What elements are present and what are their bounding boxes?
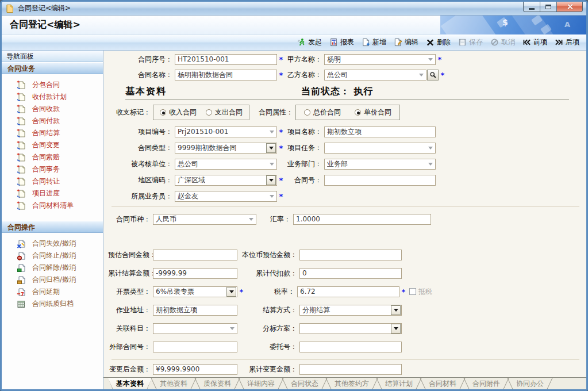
sidebar-item-contract-settlement[interactable]: * 合同结算	[2, 127, 103, 139]
required-marker: *	[277, 192, 285, 201]
sidebar-item-contract-affairs[interactable]: * 合同事务	[2, 163, 103, 175]
external-contract-no-input[interactable]	[153, 342, 237, 352]
field-label: 委托号：	[237, 342, 297, 352]
minimize-button[interactable]	[523, 2, 540, 12]
sidebar-item-contract-extend[interactable]: 7 合同延期	[2, 286, 103, 298]
new-button[interactable]: 新增	[362, 37, 386, 47]
project-task-dropdown[interactable]	[324, 143, 436, 154]
tab-collaboration[interactable]: 协同办公	[508, 378, 552, 389]
group-header-contract-business[interactable]: 合同业务	[2, 62, 103, 74]
tab-basic-info[interactable]: 基本资料	[108, 378, 152, 389]
sidebar-item-contract-receipt[interactable]: * 合同收款	[2, 103, 103, 115]
launch-button[interactable]: 发起	[297, 37, 322, 47]
sidebar-item-contract-paper-archive[interactable]: 合同纸质归档	[2, 298, 103, 310]
dropdown-button[interactable]	[391, 324, 401, 334]
total-change-amount-input[interactable]	[299, 364, 402, 375]
contract-no-input[interactable]	[324, 175, 436, 186]
radio-unit-price-contract[interactable]: 单价合同	[355, 108, 391, 117]
edit-button[interactable]: 编辑	[394, 37, 418, 47]
tab-other-signatories[interactable]: 其他签约方	[326, 378, 377, 389]
field-label: 合同币种：	[108, 214, 151, 224]
close-button[interactable]	[556, 2, 583, 12]
field-label: 关联科目：	[108, 324, 151, 334]
party-b-search-button[interactable]	[427, 70, 439, 80]
sidebar-item-contract-release[interactable]: 合同解除/撤消	[2, 262, 103, 274]
sidebar-item-payment-plan[interactable]: * 收付款计划	[2, 91, 103, 103]
save-button[interactable]: 保存	[458, 37, 483, 47]
radio-expense-contract[interactable]: 支出合同	[206, 108, 243, 117]
changed-amount-input[interactable]: ¥9,999.9900	[153, 364, 237, 375]
doc-new-icon: *	[17, 129, 26, 138]
estimated-amount-input[interactable]	[153, 250, 237, 260]
tab-contract-attachment[interactable]: 合同附件	[464, 378, 508, 389]
tab-contract-status[interactable]: 合同状态	[283, 378, 326, 389]
contract-attr-radio-group: 总价合同 单价合同	[295, 105, 400, 120]
invoice-type-dropdown[interactable]: 6%吊装专票	[153, 286, 237, 297]
party-b-dropdown[interactable]: 总公司	[324, 70, 426, 80]
sidebar-item-contract-terminate[interactable]: 合同终止/撤消	[2, 250, 103, 262]
entrust-no-input[interactable]	[299, 342, 402, 352]
previous-button[interactable]: 前项	[522, 37, 547, 47]
sidebar-item-contract-change[interactable]: * 合同变更	[2, 139, 103, 151]
field-label: 本位币预估金额：	[237, 250, 297, 260]
tab-contract-material[interactable]: 合同材料	[421, 378, 464, 389]
bid-plan-dropdown[interactable]	[299, 323, 402, 334]
form-content: 合同序号： HT201510-001 * 甲方名称： 杨明 * 合同名称： 杨明…	[103, 51, 586, 389]
tab-other-info[interactable]: 其他资料	[152, 378, 195, 389]
contract-name-input[interactable]: 杨明期初数据合同	[175, 70, 277, 80]
contract-operation-items: 合同失效/撤消 合同终止/撤消 合同解除/撤消 合同归档/撤消	[2, 233, 103, 311]
window-title: 合同登记<编辑>	[18, 3, 71, 13]
next-button[interactable]: 后项	[555, 37, 579, 47]
dropdown-button[interactable]	[266, 143, 276, 153]
chevron-down-icon	[230, 327, 235, 330]
sidebar-item-contract-claim[interactable]: * 合同索赔	[2, 151, 103, 163]
sidebar-item-contract-material-list[interactable]: * 合同材料清单	[2, 200, 103, 212]
settled-amount-input[interactable]: -9999.99	[153, 268, 237, 279]
radio-income-contract[interactable]: 收入合同	[160, 108, 197, 117]
withhold-amount-input[interactable]: 0	[299, 268, 402, 279]
project-name-input[interactable]: 期初数立项	[324, 126, 436, 137]
field-label: 合同号：	[285, 175, 322, 185]
dropdown-button[interactable]	[391, 305, 401, 315]
related-subject-dropdown[interactable]	[153, 323, 237, 334]
sidebar-item-subcontract[interactable]: * 分包合同	[2, 79, 103, 91]
work-address-input[interactable]: 期初数据立项	[153, 305, 237, 316]
sidebar-item-contract-payment[interactable]: * 合同付款	[2, 115, 103, 127]
section-header: 基本资料 当前状态： 执行	[125, 86, 569, 100]
sidebar-item-contract-archive[interactable]: 合同归档/撤消	[2, 274, 103, 286]
radio-total-price-contract[interactable]: 总价合同	[304, 108, 341, 117]
cancel-button[interactable]: 取消	[490, 37, 515, 47]
exchange-rate-input[interactable]: 1.0000	[293, 214, 431, 225]
sidebar-item-label: 合同终止/撤消	[32, 251, 76, 260]
currency-dropdown[interactable]: 人民币	[153, 214, 256, 225]
contract-type-dropdown[interactable]: 9999期初数据合同	[175, 143, 277, 154]
dropdown-button[interactable]	[266, 175, 276, 185]
dropdown-button[interactable]	[226, 287, 236, 297]
sidebar-item-contract-transfer[interactable]: * 合同转让	[2, 175, 103, 187]
assessed-unit-dropdown[interactable]: 总公司	[175, 159, 277, 170]
contract-serial-input[interactable]: HT201510-001	[175, 54, 277, 65]
sidebar-item-project-progress[interactable]: * 项目进度	[2, 187, 103, 200]
tax-rate-input[interactable]: 6.72	[297, 286, 399, 297]
delete-button[interactable]: 删除	[426, 37, 451, 47]
group-header-contract-operations[interactable]: 合同操作	[2, 221, 103, 233]
tab-warranty-info[interactable]: 质保资料	[195, 378, 239, 389]
sidebar-item-contract-invalid[interactable]: 合同失效/撤消	[2, 237, 103, 250]
project-no-dropdown[interactable]: Prj201510-001	[175, 126, 277, 137]
settle-method-dropdown[interactable]: 分期结算	[299, 305, 402, 316]
party-a-dropdown[interactable]: 杨明	[324, 54, 436, 65]
chevron-down-icon	[249, 218, 253, 221]
report-button[interactable]: 报表	[329, 37, 354, 47]
doc-new-icon: *	[17, 201, 26, 210]
base-estimated-amount-input[interactable]	[299, 250, 402, 260]
salesman-dropdown[interactable]: 赵金友	[175, 191, 277, 202]
tab-settlement-plan[interactable]: 结算计划	[377, 378, 421, 389]
maximize-button[interactable]	[540, 2, 557, 12]
letter-glyph: A	[564, 20, 570, 29]
tab-detail-content[interactable]: 详细内容	[239, 378, 283, 389]
region-code-dropdown[interactable]: 广深区域	[175, 175, 277, 186]
pay-flag-radio-group: 收入合同 支出合同	[153, 105, 249, 120]
form-row: 所属业务员： 赵金友 *	[108, 190, 586, 202]
business-dept-dropdown[interactable]: 业务部	[324, 159, 436, 170]
tax-deduct-checkbox[interactable]	[409, 288, 416, 295]
